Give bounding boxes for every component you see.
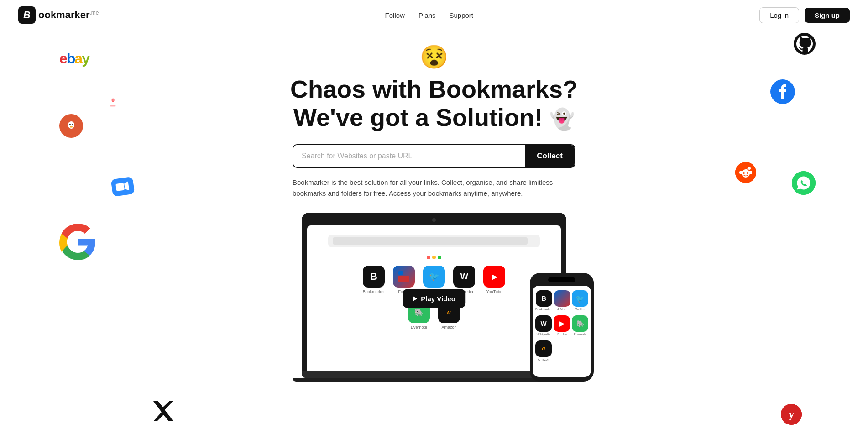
phone-icon-evernote: 🐘 Evernote <box>572 315 588 336</box>
login-button[interactable]: Log in <box>759 7 799 23</box>
phone-icon-yt: ▶ Yu...be <box>554 315 570 336</box>
play-triangle-icon <box>413 296 417 301</box>
phone-icons-row1: B Bookmarker 4 Mo... 🐦 Twitter <box>535 290 588 311</box>
wikipedia-app-icon: W <box>453 266 475 288</box>
ghost-emoji: 👻 <box>549 108 575 131</box>
bookmarker-app-icon: B <box>363 266 385 288</box>
phone-mockup: B Bookmarker 4 Mo... 🐦 Twitter W <box>530 273 594 382</box>
dot-green <box>438 256 441 259</box>
phone-twitter-icon: 🐦 <box>572 290 588 307</box>
chaos-emoji: 😵 <box>420 44 448 70</box>
signup-button[interactable]: Sign up <box>805 8 850 23</box>
phone-icon-b: B Bookmarker <box>535 290 553 311</box>
collect-button[interactable]: Collect <box>525 145 575 167</box>
evernote-label: Evernote <box>411 325 427 329</box>
youtube-app-icon: ▶ <box>483 266 505 288</box>
phone-icon-twitter: 🐦 Twitter <box>572 290 588 311</box>
logo-text: ookmarker.me <box>38 9 99 21</box>
phone-wiki-label: Wikipedia <box>537 333 550 336</box>
hero-section: 😵 Chaos with Bookmarks? We've got a Solu… <box>0 30 868 382</box>
phone-folder-label: 4 Mo... <box>557 308 567 311</box>
laptop-screen: + B Bookmarker <box>307 225 561 371</box>
dot-yellow <box>432 256 436 259</box>
screen-search-inner <box>333 237 528 245</box>
phone-notch <box>548 277 575 282</box>
svg-rect-22 <box>398 271 403 275</box>
hero-description: Bookmarker is the best solution for all … <box>293 177 575 199</box>
amazon-label: Amazon <box>441 325 456 329</box>
logo-name: ookmarker <box>38 9 90 21</box>
phone-screen: B Bookmarker 4 Mo... 🐦 Twitter W <box>533 286 591 377</box>
nav-plans[interactable]: Plans <box>418 11 436 19</box>
bookmarker-label: Bookmarker <box>363 289 385 294</box>
phone-icons-row3: a Amazon <box>535 340 588 361</box>
logo-icon: B <box>18 6 36 24</box>
logo-suffix: .me <box>90 10 99 16</box>
phone-amazon-label: Amazon <box>538 358 549 361</box>
x-twitter-icon <box>151 398 176 429</box>
screen-icon-bookmarker: B Bookmarker <box>363 266 385 294</box>
screen-dots <box>316 256 552 259</box>
laptop-base <box>302 371 566 378</box>
screen-icon-youtube: ▶ YouTube <box>483 266 505 294</box>
nav-follow[interactable]: Follow <box>385 11 405 19</box>
phone-icon-folder: 4 Mo... <box>554 290 570 311</box>
svg-rect-23 <box>398 276 409 282</box>
hero-title: Chaos with Bookmarks? We've got a Soluti… <box>290 75 578 131</box>
twitter-app-icon: 🐦 <box>423 266 445 288</box>
search-bar: Collect <box>293 144 575 168</box>
nav-actions: Log in Sign up <box>759 7 850 23</box>
hero-title-line1: Chaos with Bookmarks? <box>290 75 578 103</box>
phone-yt-icon: ▶ <box>554 315 570 332</box>
play-video-label: Play Video <box>421 295 455 303</box>
phone-evernote-icon: 🐘 <box>572 315 588 332</box>
nav-support[interactable]: Support <box>450 11 474 19</box>
svg-text:y: y <box>789 408 795 421</box>
phone-icon-wiki: W Wikipedia <box>535 315 552 336</box>
dot-red <box>427 256 430 259</box>
phone-evernote-label: Evernote <box>574 333 586 336</box>
logo[interactable]: B ookmarker.me <box>18 6 99 24</box>
play-video-button[interactable]: Play Video <box>403 289 465 308</box>
youtube-label: YouTube <box>486 289 502 294</box>
laptop-camera <box>432 218 436 222</box>
phone-yt-label: Yu...be <box>557 333 567 336</box>
yelp-icon: y <box>781 404 802 425</box>
phone-icon-amazon: a Amazon <box>535 340 552 361</box>
svg-point-20 <box>781 404 802 425</box>
phone-icons-row2: W Wikipedia ▶ Yu...be 🐘 Evernote <box>535 315 588 336</box>
device-mockup: + B Bookmarker <box>293 213 575 382</box>
phone-twitter-label: Twitter <box>575 308 585 311</box>
folder-app-icon <box>393 266 415 288</box>
phone-folder-icon <box>554 290 570 307</box>
phone-b-icon: B <box>536 290 552 307</box>
hero-title-line2: We've got a Solution! <box>293 104 543 131</box>
screen-search-bar: + <box>328 235 540 247</box>
laptop-mockup: + B Bookmarker <box>302 213 566 371</box>
navigation: B ookmarker.me Follow Plans Support Log … <box>0 0 868 30</box>
phone-amazon-icon: a <box>535 340 552 357</box>
search-input[interactable] <box>293 145 525 167</box>
nav-links: Follow Plans Support <box>385 11 473 19</box>
phone-b-label: Bookmarker <box>535 308 553 311</box>
phone-wiki-icon: W <box>535 315 552 332</box>
